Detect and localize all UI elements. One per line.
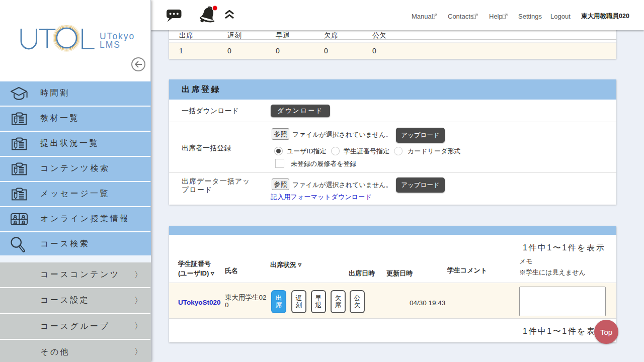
svg-text:LMS: LMS [100,40,121,50]
